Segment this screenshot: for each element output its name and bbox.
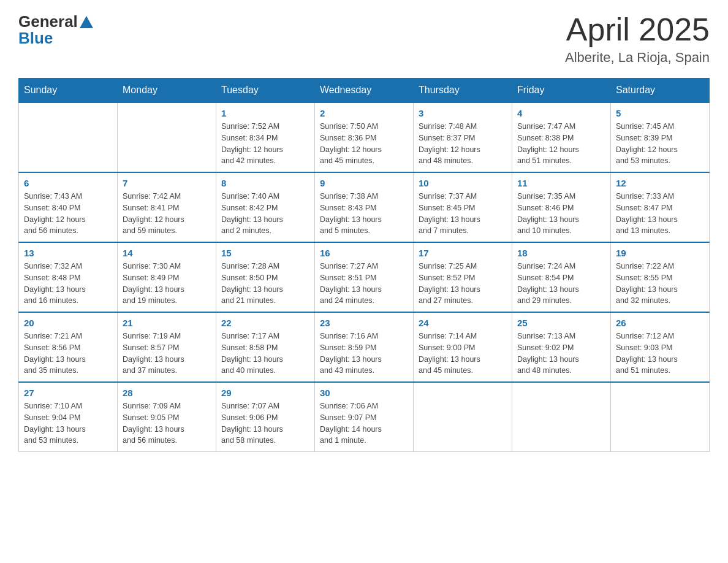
day-info: Sunrise: 7:37 AM Sunset: 8:45 PM Dayligh…	[419, 191, 507, 237]
calendar-cell	[19, 102, 118, 172]
weekday-header-thursday: Thursday	[414, 79, 512, 103]
calendar-cell: 29Sunrise: 7:07 AM Sunset: 9:06 PM Dayli…	[216, 382, 315, 452]
day-info: Sunrise: 7:42 AM Sunset: 8:41 PM Dayligh…	[123, 191, 211, 237]
day-number: 12	[616, 178, 704, 188]
day-info: Sunrise: 7:25 AM Sunset: 8:52 PM Dayligh…	[419, 261, 507, 307]
weekday-header-friday: Friday	[512, 79, 611, 103]
calendar-header: SundayMondayTuesdayWednesdayThursdayFrid…	[19, 79, 710, 103]
calendar-cell: 18Sunrise: 7:24 AM Sunset: 8:54 PM Dayli…	[512, 242, 611, 312]
calendar-cell: 3Sunrise: 7:48 AM Sunset: 8:37 PM Daylig…	[414, 102, 512, 172]
day-number: 5	[616, 108, 704, 118]
weekday-header-saturday: Saturday	[611, 79, 710, 103]
calendar-cell: 21Sunrise: 7:19 AM Sunset: 8:57 PM Dayli…	[118, 312, 216, 382]
day-info: Sunrise: 7:52 AM Sunset: 8:34 PM Dayligh…	[221, 121, 309, 167]
calendar-cell: 4Sunrise: 7:47 AM Sunset: 8:38 PM Daylig…	[512, 102, 611, 172]
calendar-cell: 9Sunrise: 7:38 AM Sunset: 8:43 PM Daylig…	[315, 172, 414, 242]
day-info: Sunrise: 7:21 AM Sunset: 8:56 PM Dayligh…	[24, 331, 112, 377]
logo-blue-text: Blue	[18, 29, 53, 48]
day-number: 28	[123, 388, 211, 398]
day-info: Sunrise: 7:09 AM Sunset: 9:05 PM Dayligh…	[123, 400, 211, 446]
day-info: Sunrise: 7:27 AM Sunset: 8:51 PM Dayligh…	[320, 261, 408, 307]
calendar-cell: 11Sunrise: 7:35 AM Sunset: 8:46 PM Dayli…	[512, 172, 611, 242]
day-number: 14	[123, 248, 211, 258]
day-info: Sunrise: 7:43 AM Sunset: 8:40 PM Dayligh…	[24, 191, 112, 237]
weekday-header-row: SundayMondayTuesdayWednesdayThursdayFrid…	[19, 79, 710, 103]
calendar-cell: 26Sunrise: 7:12 AM Sunset: 9:03 PM Dayli…	[611, 312, 710, 382]
day-number: 10	[419, 178, 507, 188]
day-number: 27	[24, 388, 112, 398]
day-info: Sunrise: 7:07 AM Sunset: 9:06 PM Dayligh…	[221, 400, 309, 446]
calendar-cell: 22Sunrise: 7:17 AM Sunset: 8:58 PM Dayli…	[216, 312, 315, 382]
calendar-cell: 17Sunrise: 7:25 AM Sunset: 8:52 PM Dayli…	[414, 242, 512, 312]
day-info: Sunrise: 7:24 AM Sunset: 8:54 PM Dayligh…	[517, 261, 605, 307]
weekday-header-sunday: Sunday	[19, 79, 118, 103]
calendar-cell	[414, 382, 512, 452]
title-block: April 2025 Alberite, La Rioja, Spain	[565, 12, 710, 66]
day-number: 7	[123, 178, 211, 188]
weekday-header-monday: Monday	[118, 79, 216, 103]
day-number: 25	[517, 318, 605, 328]
calendar-cell: 5Sunrise: 7:45 AM Sunset: 8:39 PM Daylig…	[611, 102, 710, 172]
calendar-cell: 30Sunrise: 7:06 AM Sunset: 9:07 PM Dayli…	[315, 382, 414, 452]
calendar-cell	[118, 102, 216, 172]
day-number: 19	[616, 248, 704, 258]
day-info: Sunrise: 7:13 AM Sunset: 9:02 PM Dayligh…	[517, 331, 605, 377]
day-info: Sunrise: 7:47 AM Sunset: 8:38 PM Dayligh…	[517, 121, 605, 167]
day-number: 20	[24, 318, 112, 328]
day-info: Sunrise: 7:06 AM Sunset: 9:07 PM Dayligh…	[320, 400, 408, 446]
calendar-cell: 13Sunrise: 7:32 AM Sunset: 8:48 PM Dayli…	[19, 242, 118, 312]
calendar-cell: 10Sunrise: 7:37 AM Sunset: 8:45 PM Dayli…	[414, 172, 512, 242]
calendar-week-row: 1Sunrise: 7:52 AM Sunset: 8:34 PM Daylig…	[19, 102, 710, 172]
day-info: Sunrise: 7:35 AM Sunset: 8:46 PM Dayligh…	[517, 191, 605, 237]
svg-marker-0	[80, 16, 93, 28]
calendar-cell: 15Sunrise: 7:28 AM Sunset: 8:50 PM Dayli…	[216, 242, 315, 312]
calendar-cell: 16Sunrise: 7:27 AM Sunset: 8:51 PM Dayli…	[315, 242, 414, 312]
day-number: 15	[221, 248, 309, 258]
calendar-week-row: 6Sunrise: 7:43 AM Sunset: 8:40 PM Daylig…	[19, 172, 710, 242]
day-info: Sunrise: 7:17 AM Sunset: 8:58 PM Dayligh…	[221, 331, 309, 377]
day-number: 18	[517, 248, 605, 258]
calendar-table: SundayMondayTuesdayWednesdayThursdayFrid…	[18, 78, 710, 452]
logo-triangle-icon	[80, 16, 93, 28]
day-number: 16	[320, 248, 408, 258]
calendar-cell: 23Sunrise: 7:16 AM Sunset: 8:59 PM Dayli…	[315, 312, 414, 382]
day-info: Sunrise: 7:16 AM Sunset: 8:59 PM Dayligh…	[320, 331, 408, 377]
calendar-cell: 6Sunrise: 7:43 AM Sunset: 8:40 PM Daylig…	[19, 172, 118, 242]
day-number: 11	[517, 178, 605, 188]
calendar-cell	[512, 382, 611, 452]
calendar-cell: 12Sunrise: 7:33 AM Sunset: 8:47 PM Dayli…	[611, 172, 710, 242]
day-info: Sunrise: 7:30 AM Sunset: 8:49 PM Dayligh…	[123, 261, 211, 307]
calendar-cell: 25Sunrise: 7:13 AM Sunset: 9:02 PM Dayli…	[512, 312, 611, 382]
day-number: 22	[221, 318, 309, 328]
day-info: Sunrise: 7:19 AM Sunset: 8:57 PM Dayligh…	[123, 331, 211, 377]
day-number: 30	[320, 388, 408, 398]
day-number: 1	[221, 108, 309, 118]
calendar-week-row: 27Sunrise: 7:10 AM Sunset: 9:04 PM Dayli…	[19, 382, 710, 452]
weekday-header-wednesday: Wednesday	[315, 79, 414, 103]
calendar-title: April 2025	[565, 12, 710, 47]
day-info: Sunrise: 7:50 AM Sunset: 8:36 PM Dayligh…	[320, 121, 408, 167]
day-info: Sunrise: 7:33 AM Sunset: 8:47 PM Dayligh…	[616, 191, 704, 237]
day-number: 17	[419, 248, 507, 258]
day-number: 4	[517, 108, 605, 118]
calendar-cell: 28Sunrise: 7:09 AM Sunset: 9:05 PM Dayli…	[118, 382, 216, 452]
calendar-cell: 1Sunrise: 7:52 AM Sunset: 8:34 PM Daylig…	[216, 102, 315, 172]
day-info: Sunrise: 7:28 AM Sunset: 8:50 PM Dayligh…	[221, 261, 309, 307]
calendar-cell: 20Sunrise: 7:21 AM Sunset: 8:56 PM Dayli…	[19, 312, 118, 382]
day-info: Sunrise: 7:48 AM Sunset: 8:37 PM Dayligh…	[419, 121, 507, 167]
day-info: Sunrise: 7:45 AM Sunset: 8:39 PM Dayligh…	[616, 121, 704, 167]
calendar-cell: 19Sunrise: 7:22 AM Sunset: 8:55 PM Dayli…	[611, 242, 710, 312]
calendar-cell: 2Sunrise: 7:50 AM Sunset: 8:36 PM Daylig…	[315, 102, 414, 172]
calendar-cell: 24Sunrise: 7:14 AM Sunset: 9:00 PM Dayli…	[414, 312, 512, 382]
logo: General Blue	[18, 12, 93, 48]
day-number: 6	[24, 178, 112, 188]
calendar-cell: 8Sunrise: 7:40 AM Sunset: 8:42 PM Daylig…	[216, 172, 315, 242]
calendar-cell: 27Sunrise: 7:10 AM Sunset: 9:04 PM Dayli…	[19, 382, 118, 452]
day-number: 8	[221, 178, 309, 188]
calendar-cell	[611, 382, 710, 452]
day-number: 26	[616, 318, 704, 328]
day-info: Sunrise: 7:12 AM Sunset: 9:03 PM Dayligh…	[616, 331, 704, 377]
calendar-week-row: 13Sunrise: 7:32 AM Sunset: 8:48 PM Dayli…	[19, 242, 710, 312]
day-number: 24	[419, 318, 507, 328]
calendar-cell: 14Sunrise: 7:30 AM Sunset: 8:49 PM Dayli…	[118, 242, 216, 312]
